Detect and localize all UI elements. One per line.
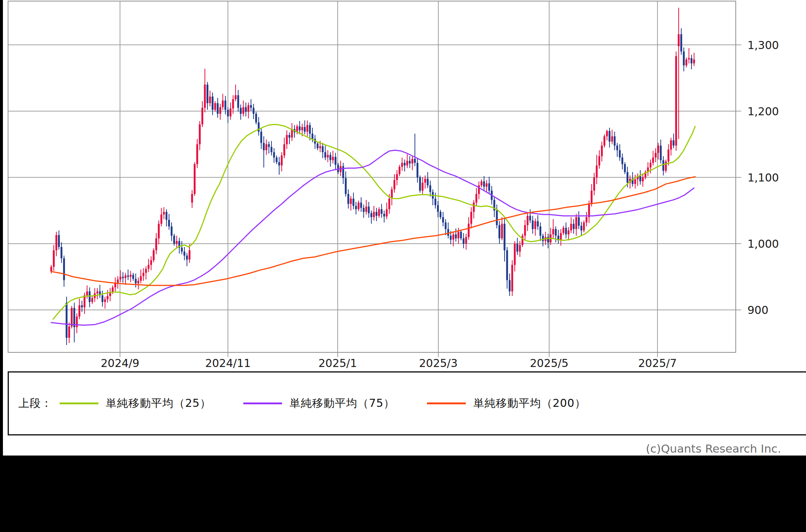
- candle-body: [409, 161, 411, 164]
- candle-body: [163, 212, 165, 214]
- candle-body: [688, 58, 690, 60]
- candle-body: [317, 143, 319, 148]
- candle-body: [496, 210, 498, 225]
- candle-body: [522, 236, 524, 245]
- candle-body: [406, 161, 408, 166]
- candle-body: [130, 275, 132, 277]
- candle-body: [61, 247, 63, 258]
- candle-body: [58, 235, 60, 247]
- candle-body: [360, 203, 362, 208]
- ma25-line-swatch: [60, 402, 98, 404]
- candle-body: [104, 299, 106, 302]
- candle-body: [616, 146, 618, 150]
- candle-body: [511, 265, 513, 291]
- legend-item-ma75: 単純移動平均（75）: [243, 396, 395, 411]
- candle-body: [614, 136, 616, 146]
- candle-body: [304, 127, 306, 132]
- candle-body: [394, 180, 395, 189]
- bottom-bar: [0, 456, 806, 532]
- candle-body: [563, 228, 565, 233]
- candle-body: [248, 105, 250, 112]
- candle-body: [268, 144, 270, 147]
- candle-body: [581, 226, 582, 231]
- candle-body: [132, 275, 134, 279]
- ma25-legend-label: 単純移動平均（25）: [106, 396, 211, 411]
- candle-body: [681, 34, 682, 52]
- candle-body: [194, 164, 196, 194]
- candle-body: [376, 212, 378, 216]
- candle-body: [588, 204, 590, 217]
- candle-body: [657, 146, 659, 153]
- candle-body: [514, 244, 516, 265]
- candle-body: [345, 178, 347, 194]
- legend-prefix-label: 上段：: [18, 396, 52, 411]
- price-chart: 1,3001,2001,1001,0009002024/92024/112025…: [0, 0, 806, 371]
- candle-body: [240, 108, 242, 114]
- candle-body: [255, 114, 257, 123]
- candle-body: [604, 136, 606, 146]
- candle-body: [227, 110, 229, 116]
- candle-body: [153, 250, 155, 260]
- candle-body: [652, 157, 654, 162]
- candle-body: [624, 164, 626, 172]
- candle-body: [84, 295, 86, 307]
- candle-body: [401, 163, 403, 167]
- candle-body: [127, 276, 129, 277]
- candle-body: [184, 252, 185, 256]
- candle-body: [460, 232, 462, 238]
- candle-body: [486, 183, 488, 187]
- candle-body: [325, 152, 326, 157]
- candle-body: [155, 238, 157, 250]
- candle-body: [532, 221, 534, 229]
- candle-body: [665, 161, 667, 171]
- candle-body: [260, 132, 262, 143]
- candle-body: [122, 277, 124, 278]
- candle-body: [150, 260, 152, 265]
- candle-body: [481, 181, 483, 186]
- candle-body: [445, 222, 447, 229]
- ma200-line-swatch: [427, 402, 466, 404]
- candle-body: [583, 222, 585, 231]
- candle-body: [627, 172, 629, 183]
- candle-body: [601, 146, 603, 156]
- candle-body: [176, 241, 178, 244]
- candle-body: [517, 244, 518, 252]
- candle-body: [593, 177, 595, 191]
- candle-body: [424, 179, 426, 183]
- candle-body: [327, 155, 329, 157]
- candle-body: [253, 108, 255, 114]
- candle-body: [417, 163, 419, 177]
- candle-body: [670, 140, 672, 149]
- candle-body: [330, 155, 331, 160]
- candle-body: [81, 305, 83, 307]
- candle-body: [107, 296, 109, 299]
- candle-body: [442, 217, 444, 222]
- y-axis-label: 1,100: [747, 171, 779, 184]
- candle-body: [276, 157, 278, 162]
- candle-body: [332, 157, 334, 160]
- candle-body: [217, 103, 219, 114]
- candle-body: [209, 97, 211, 103]
- x-axis-label: 2025/5: [530, 357, 569, 370]
- candle-body: [204, 85, 206, 108]
- candle-body: [565, 228, 567, 234]
- candle-body: [427, 179, 429, 185]
- candle-body: [570, 224, 572, 231]
- candle-body: [125, 276, 127, 278]
- candle-body: [50, 267, 52, 271]
- candle-body: [66, 303, 68, 338]
- candle-body: [683, 52, 685, 65]
- candle-body: [396, 174, 398, 180]
- candle-body: [455, 235, 457, 239]
- candle-body: [222, 101, 224, 107]
- candle-body: [286, 135, 288, 144]
- candle-body: [181, 248, 183, 252]
- candle-body: [271, 147, 273, 152]
- candle-body: [97, 291, 98, 293]
- candle-body: [504, 224, 506, 250]
- candle-body: [519, 245, 521, 252]
- candle-body: [499, 225, 501, 238]
- candle-body: [650, 163, 652, 168]
- candle-body: [230, 108, 232, 116]
- candle-body: [368, 207, 370, 213]
